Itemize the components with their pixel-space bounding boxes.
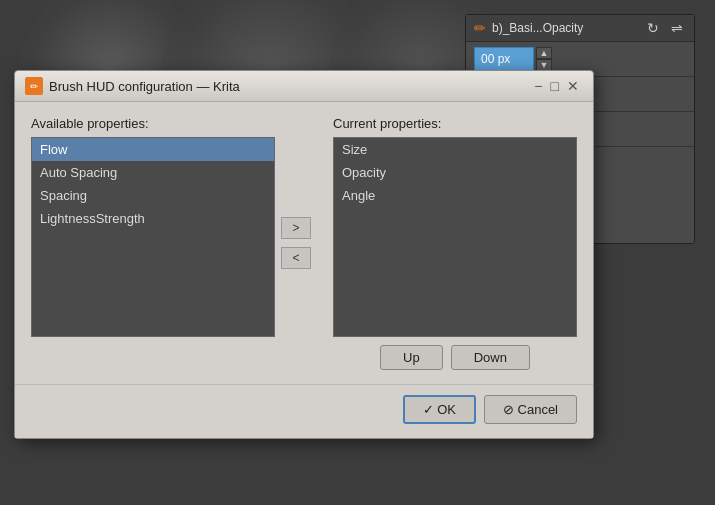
cancel-button[interactable]: ⊘ Cancel: [484, 395, 577, 424]
add-property-button[interactable]: >: [281, 217, 311, 239]
right-panel-toolbar: ✏ b)_Basi...Opacity ↻ ⇌: [466, 15, 694, 42]
minimize-button[interactable]: −: [530, 79, 546, 93]
current-item-opacity[interactable]: Opacity: [334, 161, 576, 184]
two-column-layout: Available properties: Flow Auto Spacing …: [31, 116, 577, 370]
sliders-button[interactable]: ⇌: [668, 19, 686, 37]
dialog-icon: ✏: [25, 77, 43, 95]
updown-row: Up Down: [333, 345, 577, 370]
down-button[interactable]: Down: [451, 345, 530, 370]
dialog-body: Available properties: Flow Auto Spacing …: [15, 102, 593, 384]
px-spinner: ▲ ▼: [536, 47, 552, 71]
current-item-size[interactable]: Size: [334, 138, 576, 161]
available-item-lightness-strength[interactable]: LightnessStrength: [32, 207, 274, 230]
ok-button[interactable]: ✓ OK: [403, 395, 476, 424]
dialog-titlebar: ✏ Brush HUD configuration — Krita − □ ✕: [15, 71, 593, 102]
current-header: Current properties:: [333, 116, 577, 131]
available-col: Available properties: Flow Auto Spacing …: [31, 116, 275, 370]
available-header: Available properties:: [31, 116, 275, 131]
close-button[interactable]: ✕: [563, 79, 583, 93]
restore-button[interactable]: □: [547, 79, 563, 93]
dialog-footer: ✓ OK ⊘ Cancel: [15, 384, 593, 438]
up-button[interactable]: Up: [380, 345, 443, 370]
current-list[interactable]: Size Opacity Angle: [333, 137, 577, 337]
available-item-auto-spacing[interactable]: Auto Spacing: [32, 161, 274, 184]
current-item-angle[interactable]: Angle: [334, 184, 576, 207]
refresh-button[interactable]: ↻: [644, 19, 662, 37]
px-up-btn[interactable]: ▲: [536, 47, 552, 59]
px-value: 00 px: [481, 52, 510, 66]
available-list[interactable]: Flow Auto Spacing Spacing LightnessStren…: [31, 137, 275, 337]
krita-brush-icon: ✏: [474, 20, 486, 36]
dialog-title: Brush HUD configuration — Krita: [49, 79, 530, 94]
brush-hud-dialog: ✏ Brush HUD configuration — Krita − □ ✕ …: [14, 70, 594, 439]
available-item-flow[interactable]: Flow: [32, 138, 274, 161]
transfer-col: > <: [275, 116, 317, 370]
available-item-spacing[interactable]: Spacing: [32, 184, 274, 207]
current-col: Current properties: Size Opacity Angle U…: [317, 116, 577, 370]
right-panel-title: b)_Basi...Opacity: [492, 21, 638, 35]
remove-property-button[interactable]: <: [281, 247, 311, 269]
